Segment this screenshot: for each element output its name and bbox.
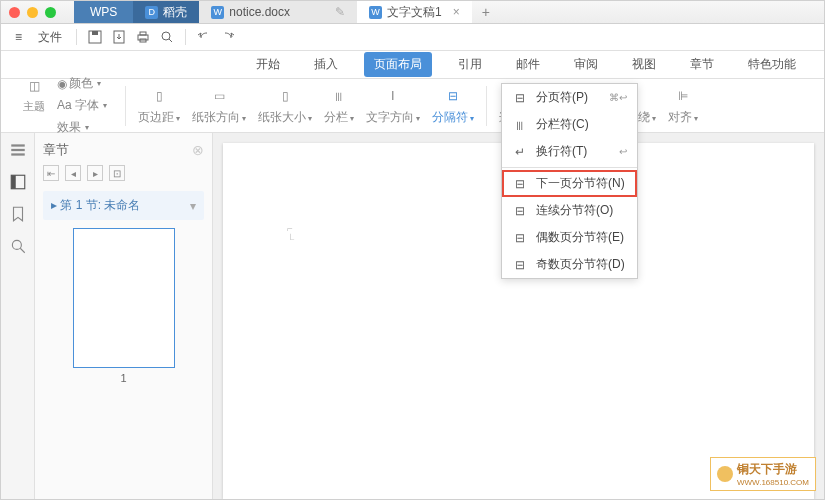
ribbon: ◫主题 ◉颜色▾ Aa 字体▾ 效果▾ ▯页边距▾ ▭纸张方向▾ ▯纸张大小▾ … (1, 79, 824, 133)
tab-daoker[interactable]: D稻壳 (133, 1, 199, 23)
chapter-panel: 章节 ⊗ ⇤ ◂ ▸ ⊡ ▸ 第 1 节: 未命名▾ 1 (35, 133, 213, 499)
margin-icon: ▯ (148, 85, 170, 107)
tab-edit-icon: ✎ (335, 5, 345, 19)
word-icon: W (369, 6, 382, 19)
sidebar (1, 133, 35, 499)
undo-icon[interactable] (196, 29, 212, 45)
search-tab-icon[interactable] (9, 237, 27, 255)
separator (486, 86, 487, 126)
redo-icon[interactable] (220, 29, 236, 45)
menu-7[interactable]: 章节 (682, 52, 722, 77)
break-type-icon: ⊟ (512, 177, 528, 191)
color-icon: ◉ (57, 77, 67, 91)
svg-rect-1 (92, 31, 98, 35)
page-thumbnail[interactable] (73, 228, 175, 368)
tab-wps[interactable]: WPS (74, 1, 133, 23)
dropdown-item[interactable]: ⊟奇数页分节符(D) (502, 251, 637, 278)
quick-toolbar: ≡ 文件 (1, 24, 824, 51)
columns-button[interactable]: ⫼分栏▾ (320, 83, 358, 128)
breaks-button[interactable]: ⊟分隔符▾ (428, 83, 478, 128)
align-button[interactable]: ⊫对齐▾ (664, 83, 702, 128)
theme-button[interactable]: ◫主题 (19, 73, 49, 138)
tab-notice[interactable]: Wnotice.docx✎ (199, 1, 357, 23)
panel-title: 章节 (43, 141, 69, 159)
separator (185, 29, 186, 45)
menu-5[interactable]: 审阅 (566, 52, 606, 77)
menu-2[interactable]: 页面布局 (364, 52, 432, 77)
break-type-icon: ⊟ (512, 231, 528, 245)
maximize-window[interactable] (45, 7, 56, 18)
align-icon: ⊫ (672, 85, 694, 107)
close-panel-icon[interactable]: ⊗ (192, 142, 204, 158)
word-icon: W (211, 6, 224, 19)
textdir-button[interactable]: Ⅰ文字方向▾ (362, 83, 424, 128)
nav-last-icon[interactable]: ⊡ (109, 165, 125, 181)
minimize-window[interactable] (27, 7, 38, 18)
margin-button[interactable]: ▯页边距▾ (134, 83, 184, 128)
menu-1[interactable]: 插入 (306, 52, 346, 77)
dropdown-item[interactable]: ⊟偶数页分节符(E) (502, 224, 637, 251)
size-button[interactable]: ▯纸张大小▾ (254, 83, 316, 128)
size-icon: ▯ (274, 85, 296, 107)
close-window[interactable] (9, 7, 20, 18)
close-tab-icon[interactable]: × (453, 5, 460, 19)
break-type-icon: ⊟ (512, 204, 528, 218)
cursor-mark: ⌐└ (287, 223, 294, 245)
nav-first-icon[interactable]: ⇤ (43, 165, 59, 181)
dropdown-item[interactable]: ⊟分页符(P)⌘↩ (502, 84, 637, 111)
columns-icon: ⫼ (328, 85, 350, 107)
chapter-tab-icon[interactable] (9, 173, 27, 191)
watermark-icon (717, 466, 733, 482)
save-icon[interactable] (87, 29, 103, 45)
watermark: 铜天下手游WWW.168510.COM (710, 457, 816, 491)
preview-icon[interactable] (159, 29, 175, 45)
dropdown-item[interactable]: ⊟下一页分节符(N) (502, 170, 637, 197)
section-item[interactable]: ▸ 第 1 节: 未命名▾ (43, 191, 204, 220)
menu-4[interactable]: 邮件 (508, 52, 548, 77)
bookmark-tab-icon[interactable] (9, 205, 27, 223)
workspace: 章节 ⊗ ⇤ ◂ ▸ ⊡ ▸ 第 1 节: 未命名▾ 1 ⌐└ (1, 133, 824, 499)
separator (125, 86, 126, 126)
svg-point-12 (12, 240, 21, 249)
outline-tab-icon[interactable] (9, 141, 27, 159)
dropdown-item[interactable]: ↵换行符(T)↩ (502, 138, 637, 165)
menu-3[interactable]: 引用 (450, 52, 490, 77)
break-type-icon: ⫼ (512, 118, 528, 132)
orientation-button[interactable]: ▭纸张方向▾ (188, 83, 250, 128)
textdir-icon: Ⅰ (382, 85, 404, 107)
separator (502, 167, 637, 168)
svg-rect-7 (11, 144, 25, 146)
nav-prev-icon[interactable]: ◂ (65, 165, 81, 181)
theme-group: ◫主题 ◉颜色▾ Aa 字体▾ 效果▾ (13, 73, 117, 138)
window-controls (9, 7, 56, 18)
svg-rect-11 (11, 175, 16, 189)
menu-0[interactable]: 开始 (248, 52, 288, 77)
svg-rect-4 (140, 32, 146, 35)
document-tabs: WPS D稻壳 Wnotice.docx✎ W文字文稿1× + (74, 1, 500, 23)
titlebar: WPS D稻壳 Wnotice.docx✎ W文字文稿1× + (1, 1, 824, 24)
panel-tools: ⇤ ◂ ▸ ⊡ (43, 165, 204, 181)
breaks-icon: ⊟ (442, 85, 464, 107)
break-type-icon: ⊟ (512, 91, 528, 105)
thumb-number: 1 (43, 372, 204, 384)
svg-rect-8 (11, 149, 25, 151)
menubar: 开始插入页面布局引用邮件审阅视图章节特色功能 (1, 51, 824, 79)
svg-point-6 (162, 32, 170, 40)
dropdown-item[interactable]: ⊟连续分节符(O) (502, 197, 637, 224)
daoker-icon: D (145, 6, 158, 19)
breaks-dropdown: ⊟分页符(P)⌘↩⫼分栏符(C)↵换行符(T)↩⊟下一页分节符(N)⊟连续分节符… (501, 83, 638, 279)
export-icon[interactable] (111, 29, 127, 45)
font-button[interactable]: Aa 字体▾ (53, 95, 111, 116)
tab-current[interactable]: W文字文稿1× (357, 1, 472, 23)
file-menu[interactable]: 文件 (34, 27, 66, 48)
dropdown-item[interactable]: ⫼分栏符(C) (502, 111, 637, 138)
theme-icon: ◫ (23, 75, 45, 97)
app-menu-button[interactable]: ≡ (11, 28, 26, 46)
new-tab-button[interactable]: + (472, 4, 500, 20)
color-button[interactable]: ◉颜色▾ (53, 73, 111, 94)
print-icon[interactable] (135, 29, 151, 45)
orientation-icon: ▭ (208, 85, 230, 107)
menu-6[interactable]: 视图 (624, 52, 664, 77)
nav-next-icon[interactable]: ▸ (87, 165, 103, 181)
menu-8[interactable]: 特色功能 (740, 52, 804, 77)
